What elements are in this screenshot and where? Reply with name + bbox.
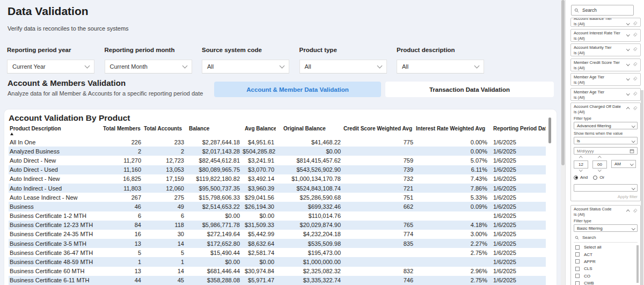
- filter-card-member-age-tier[interactable]: Member Age Tier is (All): [570, 73, 641, 86]
- minute-value[interactable]: 00: [592, 160, 607, 169]
- eraser-icon[interactable]: [633, 62, 638, 67]
- filter-type-dropdown[interactable]: Basic filtering: [574, 224, 638, 232]
- filter-option-cls[interactable]: CLS: [574, 265, 638, 272]
- second-condition-dropdown[interactable]: [574, 184, 638, 192]
- table-cell: 1/6/2025: [489, 211, 546, 221]
- table-row[interactable]: Business Certificate 1-2 MTH66$0.00$0.00…: [9, 211, 546, 221]
- table-row[interactable]: Auto Direct - New11,27012,723$82,454,612…: [9, 156, 546, 165]
- table-row[interactable]: Auto Direct - Used11,16013,053$80,089,96…: [9, 165, 546, 174]
- table-cell: 1/6/2025: [489, 267, 546, 276]
- table-row[interactable]: Business Certificate 3-5 MTH1314$172,652…: [9, 239, 546, 248]
- table-row[interactable]: Auto Lease Indirect - New267275$15,798,6…: [9, 193, 546, 202]
- filter-type-label: Filter type: [574, 116, 638, 121]
- filter-card-search[interactable]: Search: [574, 234, 638, 243]
- decrement-icon[interactable]: [598, 168, 601, 171]
- condition-dropdown[interactable]: is: [574, 137, 638, 144]
- checkbox[interactable]: [575, 274, 580, 278]
- hour-value[interactable]: 12: [574, 160, 588, 169]
- eraser-icon[interactable]: [633, 76, 638, 81]
- checkbox[interactable]: [575, 252, 580, 257]
- filter-option-cwb[interactable]: CWB: [574, 280, 638, 285]
- filter-pane-search[interactable]: Search: [571, 5, 634, 16]
- table-row[interactable]: Auto Indirect - New16,82517,159$119,822,…: [9, 174, 546, 184]
- column-header-original-balance[interactable]: Original Balance: [276, 125, 342, 137]
- slicer-dropdown[interactable]: All: [202, 60, 289, 74]
- filter-type-dropdown[interactable]: Advanced filtering: [574, 122, 638, 129]
- filter-card-member-credit-score-tier[interactable]: Member Credit Score Tier is (All): [570, 59, 641, 71]
- chevron-down-icon[interactable]: [626, 62, 630, 65]
- filter-card-account-interest-rate-tier[interactable]: Account Interest Rate Tier is (All): [570, 29, 641, 42]
- chevron-down-icon[interactable]: [626, 77, 630, 80]
- table-row[interactable]: All In One226233$2,287,644.18$4,951.61$4…: [9, 137, 546, 147]
- chevron-down-icon[interactable]: [626, 33, 630, 36]
- checkbox[interactable]: [575, 259, 580, 264]
- slicer-dropdown[interactable]: All: [397, 60, 484, 74]
- table-row[interactable]: Business Certificate 60 MTH1314$681,446.…: [9, 267, 546, 276]
- chevron-down-icon[interactable]: [626, 21, 630, 25]
- table-row[interactable]: Business Certificate 6-11 MTH4445$358,28…: [9, 276, 546, 285]
- filter-option-appr[interactable]: APPR: [574, 258, 638, 265]
- date-input[interactable]: M/d/yyyy: [574, 147, 638, 155]
- table-cell: 45: [143, 276, 186, 285]
- options-list-scrollbar[interactable]: [636, 245, 639, 283]
- table-row[interactable]: Business Certificate 36-47 MTH55$15,490.…: [9, 248, 546, 257]
- table-row[interactable]: Business Certificate 24-35 MTH1630$272,1…: [9, 230, 546, 239]
- filter-option-act[interactable]: ACT: [574, 251, 638, 258]
- eraser-icon[interactable]: [633, 21, 638, 26]
- column-header-interest-rate-weighted-avg[interactable]: Interest Rate Weighted Avg: [415, 125, 489, 137]
- eraser-icon[interactable]: [633, 106, 638, 111]
- table-vertical-scrollbar[interactable]: [548, 118, 551, 143]
- calendar-icon[interactable]: [630, 149, 634, 154]
- table-cell: 1/6/2025: [489, 174, 546, 184]
- or-radio[interactable]: [593, 176, 597, 180]
- eraser-icon[interactable]: [633, 47, 638, 52]
- filter-option-select-all[interactable]: Select all: [574, 244, 638, 251]
- meridiem-dropdown[interactable]: AM: [611, 160, 636, 168]
- column-header-balance[interactable]: Balance: [186, 125, 241, 137]
- chevron-up-icon[interactable]: [626, 210, 630, 213]
- slicer-dropdown[interactable]: Current Month: [105, 60, 192, 74]
- chevron-down-icon: [280, 63, 285, 68]
- table-cell: Auto Direct - Used: [9, 165, 102, 174]
- eraser-icon[interactable]: [633, 32, 638, 37]
- page-vertical-scrollbar[interactable]: [561, 0, 565, 285]
- and-radio[interactable]: [574, 176, 578, 180]
- slicer-dropdown[interactable]: Current Year: [7, 60, 94, 74]
- tab-transaction-validation[interactable]: Transaction Data Validation: [385, 82, 554, 97]
- chevron-down-icon[interactable]: [626, 47, 630, 50]
- table-row[interactable]: Auto Indirect - Used11,80312,060$95,500,…: [9, 184, 546, 193]
- checkbox[interactable]: [575, 245, 580, 250]
- table-row[interactable]: Business Certificate 12-23 MTH84118$5,98…: [9, 221, 546, 230]
- chevron-down-icon[interactable]: [626, 92, 630, 95]
- eraser-icon[interactable]: [633, 208, 638, 213]
- column-header-avg-balance[interactable]: Avg Balance: [241, 125, 276, 137]
- table-row[interactable]: Business4649$2,514,653.22$26,194.30$699,…: [9, 202, 546, 211]
- column-header-reporting-period-dat[interactable]: Reporting Period Dat: [489, 125, 546, 137]
- hour-stepper[interactable]: 12: [574, 156, 588, 171]
- apply-filter-button[interactable]: Apply filter: [574, 194, 638, 199]
- minute-stepper[interactable]: 00: [592, 156, 607, 171]
- column-header-product-description[interactable]: Product Description: [9, 125, 102, 137]
- filter-card-member-age-tier[interactable]: Member Age Tier is (All): [570, 88, 641, 101]
- chevron-up-icon[interactable]: [626, 107, 630, 111]
- slicer-dropdown[interactable]: All: [299, 60, 387, 74]
- decrement-icon[interactable]: [579, 168, 582, 171]
- increment-icon[interactable]: [598, 156, 601, 159]
- checkbox[interactable]: [575, 281, 580, 285]
- filter-option-co[interactable]: CO: [574, 273, 638, 280]
- table-cell: $172,652.80: [186, 239, 241, 248]
- eraser-icon[interactable]: [633, 91, 638, 96]
- column-header-total-accounts[interactable]: Total Accounts: [143, 125, 186, 137]
- filter-card-account-maturity-tier[interactable]: Account Maturity Tier is (All): [570, 43, 641, 56]
- increment-icon[interactable]: [579, 156, 582, 159]
- filter-pane-scrollbar[interactable]: [641, 90, 643, 285]
- table-row[interactable]: Business Certificate 48-59 MTH11$0.00$0.…: [9, 257, 546, 266]
- tab-account-member-validation[interactable]: Account & Member Data Validation: [214, 82, 381, 97]
- column-header-total-members[interactable]: Total Members: [102, 125, 143, 137]
- filter-card-account-balance-tier[interactable]: Account Balance Tier is (All): [570, 18, 641, 27]
- checkbox[interactable]: [575, 267, 580, 271]
- table-row[interactable]: Analyzed Business22$2,017,143.28$504,285…: [9, 147, 546, 156]
- table-cell: $3,241.91: [241, 156, 276, 165]
- page-scrollbar-thumb[interactable]: [561, 0, 565, 165]
- column-header-credit-score-weighted-avg[interactable]: Credit Score Weighted Avg: [342, 125, 415, 137]
